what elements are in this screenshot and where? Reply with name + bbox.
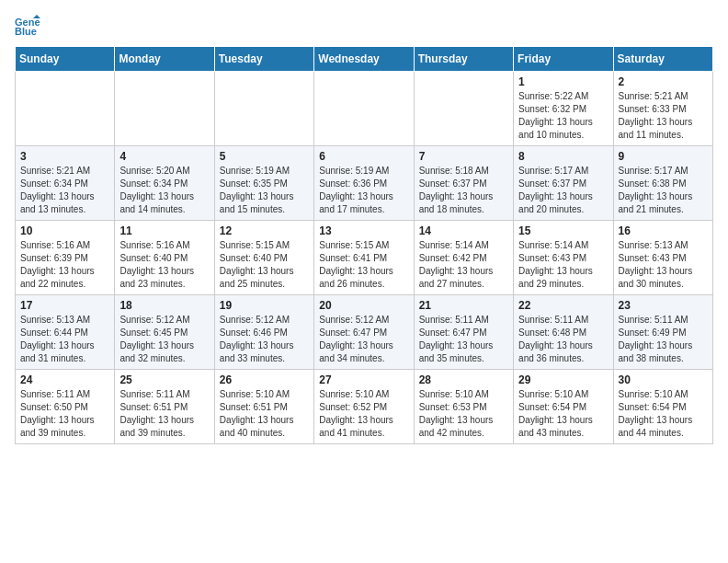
- calendar-cell: [16, 72, 115, 146]
- day-number: 23: [619, 299, 708, 312]
- day-number: 9: [619, 150, 708, 163]
- calendar-cell: 4Sunrise: 5:20 AM Sunset: 6:34 PM Daylig…: [115, 146, 214, 221]
- calendar-cell: 16Sunrise: 5:13 AM Sunset: 6:43 PM Dayli…: [613, 221, 712, 295]
- day-number: 19: [220, 299, 309, 312]
- calendar-cell: [314, 72, 414, 146]
- calendar-week-2: 3Sunrise: 5:21 AM Sunset: 6:34 PM Daylig…: [16, 146, 713, 221]
- calendar-cell: 26Sunrise: 5:10 AM Sunset: 6:51 PM Dayli…: [214, 370, 313, 444]
- logo: General Blue: [15, 15, 44, 37]
- day-info: Sunrise: 5:19 AM Sunset: 6:35 PM Dayligh…: [220, 165, 309, 216]
- day-number: 6: [319, 150, 408, 163]
- day-header-sunday: Sunday: [16, 47, 115, 72]
- day-header-thursday: Thursday: [414, 47, 513, 72]
- day-number: 12: [220, 224, 309, 237]
- day-info: Sunrise: 5:12 AM Sunset: 6:45 PM Dayligh…: [119, 314, 209, 365]
- calendar-cell: 2Sunrise: 5:21 AM Sunset: 6:33 PM Daylig…: [613, 72, 712, 146]
- calendar-cell: 7Sunrise: 5:18 AM Sunset: 6:37 PM Daylig…: [414, 146, 513, 221]
- day-info: Sunrise: 5:11 AM Sunset: 6:49 PM Dayligh…: [619, 314, 708, 365]
- day-number: 16: [619, 224, 708, 237]
- day-number: 13: [319, 224, 408, 237]
- day-header-wednesday: Wednesday: [314, 47, 414, 72]
- calendar-cell: 9Sunrise: 5:17 AM Sunset: 6:38 PM Daylig…: [613, 146, 712, 221]
- day-number: 26: [220, 373, 309, 386]
- day-number: 18: [119, 299, 209, 312]
- calendar-cell: 19Sunrise: 5:12 AM Sunset: 6:46 PM Dayli…: [214, 295, 313, 370]
- day-info: Sunrise: 5:22 AM Sunset: 6:32 PM Dayligh…: [518, 90, 608, 142]
- calendar-cell: [115, 72, 214, 146]
- day-number: 11: [119, 224, 209, 237]
- day-info: Sunrise: 5:10 AM Sunset: 6:53 PM Dayligh…: [419, 388, 508, 440]
- calendar-cell: 18Sunrise: 5:12 AM Sunset: 6:45 PM Dayli…: [115, 295, 214, 370]
- day-info: Sunrise: 5:13 AM Sunset: 6:43 PM Dayligh…: [619, 239, 708, 291]
- day-header-monday: Monday: [115, 47, 214, 72]
- day-header-tuesday: Tuesday: [214, 47, 313, 72]
- day-number: 15: [518, 224, 608, 237]
- calendar-cell: 29Sunrise: 5:10 AM Sunset: 6:54 PM Dayli…: [514, 370, 613, 444]
- calendar-cell: 23Sunrise: 5:11 AM Sunset: 6:49 PM Dayli…: [613, 295, 712, 370]
- day-info: Sunrise: 5:12 AM Sunset: 6:47 PM Dayligh…: [319, 314, 408, 365]
- day-info: Sunrise: 5:13 AM Sunset: 6:44 PM Dayligh…: [20, 314, 109, 365]
- day-info: Sunrise: 5:17 AM Sunset: 6:38 PM Dayligh…: [619, 165, 708, 216]
- calendar-week-5: 24Sunrise: 5:11 AM Sunset: 6:50 PM Dayli…: [16, 370, 713, 444]
- day-number: 27: [319, 373, 408, 386]
- calendar-cell: 30Sunrise: 5:10 AM Sunset: 6:54 PM Dayli…: [613, 370, 712, 444]
- day-info: Sunrise: 5:14 AM Sunset: 6:42 PM Dayligh…: [419, 239, 508, 291]
- day-number: 4: [119, 150, 209, 163]
- calendar-cell: 13Sunrise: 5:15 AM Sunset: 6:41 PM Dayli…: [314, 221, 414, 295]
- calendar-table: SundayMondayTuesdayWednesdayThursdayFrid…: [15, 46, 713, 444]
- calendar-cell: 5Sunrise: 5:19 AM Sunset: 6:35 PM Daylig…: [214, 146, 313, 221]
- calendar-cell: 8Sunrise: 5:17 AM Sunset: 6:37 PM Daylig…: [514, 146, 613, 221]
- calendar-week-3: 10Sunrise: 5:16 AM Sunset: 6:39 PM Dayli…: [16, 221, 713, 295]
- day-number: 29: [518, 373, 608, 386]
- calendar-cell: 24Sunrise: 5:11 AM Sunset: 6:50 PM Dayli…: [16, 370, 115, 444]
- calendar-cell: 1Sunrise: 5:22 AM Sunset: 6:32 PM Daylig…: [514, 72, 613, 146]
- calendar-cell: [414, 72, 513, 146]
- day-info: Sunrise: 5:10 AM Sunset: 6:54 PM Dayligh…: [619, 388, 708, 440]
- day-info: Sunrise: 5:21 AM Sunset: 6:33 PM Dayligh…: [619, 90, 708, 142]
- calendar-cell: 15Sunrise: 5:14 AM Sunset: 6:43 PM Dayli…: [514, 221, 613, 295]
- day-info: Sunrise: 5:15 AM Sunset: 6:40 PM Dayligh…: [220, 239, 309, 291]
- calendar-header-row: SundayMondayTuesdayWednesdayThursdayFrid…: [16, 47, 713, 72]
- day-number: 20: [319, 299, 408, 312]
- calendar-cell: 11Sunrise: 5:16 AM Sunset: 6:40 PM Dayli…: [115, 221, 214, 295]
- day-info: Sunrise: 5:11 AM Sunset: 6:50 PM Dayligh…: [20, 388, 109, 440]
- day-number: 21: [419, 299, 508, 312]
- day-number: 25: [119, 373, 209, 386]
- calendar-cell: 10Sunrise: 5:16 AM Sunset: 6:39 PM Dayli…: [16, 221, 115, 295]
- calendar-cell: 25Sunrise: 5:11 AM Sunset: 6:51 PM Dayli…: [115, 370, 214, 444]
- day-info: Sunrise: 5:10 AM Sunset: 6:51 PM Dayligh…: [220, 388, 309, 440]
- day-info: Sunrise: 5:20 AM Sunset: 6:34 PM Dayligh…: [119, 165, 209, 216]
- day-info: Sunrise: 5:11 AM Sunset: 6:47 PM Dayligh…: [419, 314, 508, 365]
- day-info: Sunrise: 5:16 AM Sunset: 6:40 PM Dayligh…: [119, 239, 209, 291]
- svg-text:Blue: Blue: [15, 26, 37, 37]
- day-number: 3: [20, 150, 109, 163]
- day-number: 22: [518, 299, 608, 312]
- calendar-cell: [214, 72, 313, 146]
- day-header-saturday: Saturday: [613, 47, 712, 72]
- day-info: Sunrise: 5:16 AM Sunset: 6:39 PM Dayligh…: [20, 239, 109, 291]
- calendar-week-1: 1Sunrise: 5:22 AM Sunset: 6:32 PM Daylig…: [16, 72, 713, 146]
- day-info: Sunrise: 5:17 AM Sunset: 6:37 PM Dayligh…: [518, 165, 608, 216]
- day-info: Sunrise: 5:10 AM Sunset: 6:52 PM Dayligh…: [319, 388, 408, 440]
- day-info: Sunrise: 5:11 AM Sunset: 6:48 PM Dayligh…: [518, 314, 608, 365]
- day-info: Sunrise: 5:19 AM Sunset: 6:36 PM Dayligh…: [319, 165, 408, 216]
- calendar-cell: 27Sunrise: 5:10 AM Sunset: 6:52 PM Dayli…: [314, 370, 414, 444]
- day-number: 17: [20, 299, 109, 312]
- calendar-cell: 6Sunrise: 5:19 AM Sunset: 6:36 PM Daylig…: [314, 146, 414, 221]
- day-info: Sunrise: 5:21 AM Sunset: 6:34 PM Dayligh…: [20, 165, 109, 216]
- day-info: Sunrise: 5:18 AM Sunset: 6:37 PM Dayligh…: [419, 165, 508, 216]
- day-info: Sunrise: 5:10 AM Sunset: 6:54 PM Dayligh…: [518, 388, 608, 440]
- day-info: Sunrise: 5:12 AM Sunset: 6:46 PM Dayligh…: [220, 314, 309, 365]
- day-number: 5: [220, 150, 309, 163]
- calendar-cell: 12Sunrise: 5:15 AM Sunset: 6:40 PM Dayli…: [214, 221, 313, 295]
- day-header-friday: Friday: [514, 47, 613, 72]
- page-header: General Blue: [15, 15, 713, 37]
- calendar-cell: 3Sunrise: 5:21 AM Sunset: 6:34 PM Daylig…: [16, 146, 115, 221]
- day-info: Sunrise: 5:11 AM Sunset: 6:51 PM Dayligh…: [119, 388, 209, 440]
- day-info: Sunrise: 5:14 AM Sunset: 6:43 PM Dayligh…: [518, 239, 608, 291]
- calendar-cell: 17Sunrise: 5:13 AM Sunset: 6:44 PM Dayli…: [16, 295, 115, 370]
- calendar-cell: 14Sunrise: 5:14 AM Sunset: 6:42 PM Dayli…: [414, 221, 513, 295]
- day-number: 28: [419, 373, 508, 386]
- calendar-cell: 20Sunrise: 5:12 AM Sunset: 6:47 PM Dayli…: [314, 295, 414, 370]
- logo-icon: General Blue: [15, 15, 40, 37]
